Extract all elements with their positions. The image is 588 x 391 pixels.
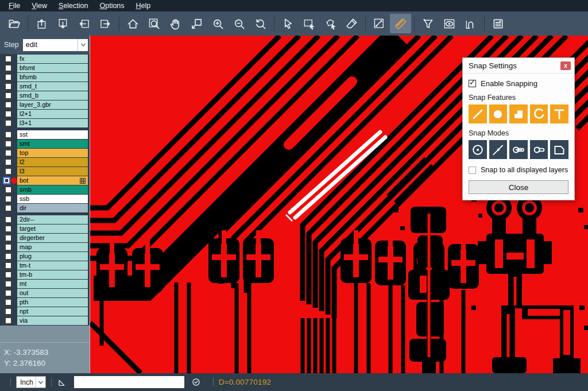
layer-visibility-checkbox[interactable] bbox=[5, 253, 12, 260]
layer-visibility-checkbox[interactable] bbox=[5, 262, 12, 269]
layer-visibility-checkbox[interactable] bbox=[5, 55, 12, 63]
toolbar-button-snap[interactable] bbox=[460, 14, 481, 33]
toolbar-button-zoom-in[interactable] bbox=[207, 14, 229, 33]
toolbar-button-import-up[interactable] bbox=[31, 14, 52, 33]
toolbar-button-import-left[interactable] bbox=[74, 14, 95, 33]
layer-label[interactable]: target bbox=[17, 224, 88, 233]
refresh-check-icon[interactable] bbox=[191, 377, 202, 388]
snap-feature-arc-button[interactable] bbox=[530, 104, 548, 123]
layer-row-via[interactable]: via bbox=[0, 316, 90, 325]
layer-label[interactable]: tm-t bbox=[17, 261, 88, 270]
toolbar-button-home[interactable] bbox=[122, 14, 144, 33]
layer-visibility-checkbox[interactable] bbox=[5, 271, 12, 278]
layer-row-2dir--[interactable]: 2dir-- bbox=[0, 215, 90, 224]
layer-visibility-checkbox[interactable] bbox=[5, 73, 12, 81]
pcb-canvas[interactable]: Snap Settings x Enable Snapping Snap Fea… bbox=[90, 36, 588, 373]
toolbar-button-select[interactable] bbox=[277, 14, 299, 33]
layer-row-l2[interactable]: l2 bbox=[0, 158, 90, 167]
menu-help[interactable]: Help bbox=[130, 1, 157, 10]
layer-label[interactable]: plug bbox=[17, 252, 88, 261]
layer-visibility-checkbox[interactable] bbox=[5, 234, 12, 242]
layer-row-pth[interactable]: pth bbox=[0, 298, 90, 307]
layer-label[interactable]: l2+1 bbox=[17, 110, 88, 118]
snap-mode-slot-outline-button[interactable] bbox=[530, 140, 548, 159]
layer-visibility-checkbox[interactable] bbox=[5, 195, 12, 203]
layer-visibility-checkbox[interactable] bbox=[5, 168, 12, 175]
all-layers-checkbox[interactable] bbox=[469, 167, 476, 174]
layer-row-npt[interactable]: npt bbox=[0, 307, 90, 316]
layer-label[interactable]: layer_3.gbr bbox=[17, 100, 88, 109]
layer-row-tm-t[interactable]: tm-t bbox=[0, 261, 90, 270]
layer-label[interactable]: pth bbox=[17, 298, 88, 307]
menu-file[interactable]: File bbox=[3, 1, 26, 10]
close-button[interactable]: Close bbox=[469, 180, 568, 194]
snap-feature-text-button[interactable] bbox=[550, 104, 568, 123]
layer-visibility-checkbox[interactable] bbox=[5, 149, 12, 157]
step-select[interactable]: edit bbox=[23, 39, 88, 51]
toolbar-button-pan[interactable] bbox=[165, 14, 186, 33]
command-input[interactable] bbox=[74, 376, 184, 388]
toolbar-button-view-area[interactable] bbox=[439, 14, 460, 33]
layer-label[interactable]: out bbox=[17, 289, 88, 297]
layer-row-l3+1[interactable]: l3+1 bbox=[0, 119, 90, 127]
layer-row-dir[interactable]: dir bbox=[0, 204, 90, 212]
layer-row-ssb[interactable]: ssb bbox=[0, 195, 90, 203]
layer-visibility-checkbox[interactable] bbox=[5, 83, 12, 90]
layer-row-mt[interactable]: mt bbox=[0, 280, 90, 288]
layer-label[interactable]: smd_t bbox=[17, 82, 88, 91]
layer-row-smt[interactable]: smt bbox=[0, 140, 90, 148]
layer-label[interactable]: smd_b bbox=[17, 91, 88, 100]
layer-visibility-checkbox[interactable] bbox=[5, 140, 12, 148]
snap-feature-surface-button[interactable] bbox=[509, 104, 528, 123]
dialog-title-bar[interactable]: Snap Settings x bbox=[463, 58, 574, 73]
layer-label[interactable]: mt bbox=[17, 280, 88, 288]
layer-label[interactable]: l3 bbox=[17, 167, 88, 176]
layer-visibility-checkbox[interactable] bbox=[5, 299, 12, 306]
layer-row-smd_t[interactable]: smd_t bbox=[0, 82, 90, 91]
layer-visibility-checkbox[interactable] bbox=[5, 204, 12, 212]
layer-row-l3[interactable]: l3 bbox=[0, 167, 90, 176]
layer-label[interactable]: bfsmb bbox=[17, 73, 88, 82]
enable-snapping-checkbox[interactable] bbox=[469, 80, 476, 87]
layer-label[interactable]: l3+1 bbox=[17, 119, 88, 127]
layer-label[interactable]: sst bbox=[17, 130, 88, 139]
layer-label[interactable]: npt bbox=[17, 307, 88, 316]
snap-mode-center-button[interactable] bbox=[469, 140, 487, 159]
layer-visibility-checkbox[interactable] bbox=[5, 308, 12, 315]
layer-label[interactable]: top bbox=[17, 149, 88, 157]
layer-row-bfsmb[interactable]: bfsmb bbox=[0, 73, 90, 82]
layer-row-plug[interactable]: plug bbox=[0, 252, 90, 261]
layer-visibility-checkbox[interactable] bbox=[5, 280, 12, 288]
toolbar-button-measure[interactable] bbox=[369, 14, 390, 33]
layer-visibility-checkbox[interactable] bbox=[5, 131, 12, 138]
layer-label[interactable]: dir bbox=[17, 204, 88, 212]
layer-label[interactable]: dirgerber bbox=[17, 234, 88, 242]
snap-feature-line-button[interactable] bbox=[469, 104, 487, 123]
layer-label[interactable]: 2dir-- bbox=[17, 215, 88, 224]
toolbar-button-import-down[interactable] bbox=[52, 14, 74, 33]
layer-visibility-checkbox[interactable] bbox=[5, 101, 12, 109]
layer-row-map[interactable]: map bbox=[0, 243, 90, 251]
menu-selection[interactable]: Selection bbox=[53, 1, 94, 10]
layer-label[interactable]: bfsmt bbox=[17, 64, 88, 72]
layer-visibility-checkbox[interactable] bbox=[5, 289, 12, 297]
layer-visibility-checkbox[interactable] bbox=[5, 158, 12, 166]
layer-label[interactable]: ssb bbox=[17, 195, 88, 203]
layer-visibility-checkbox[interactable] bbox=[5, 64, 12, 72]
layer-visibility-checkbox[interactable] bbox=[5, 186, 12, 193]
snap-feature-pad-button[interactable] bbox=[489, 104, 508, 123]
toolbar-button-ruler[interactable] bbox=[390, 14, 411, 33]
toolbar-button-filter[interactable] bbox=[417, 14, 439, 33]
toolbar-button-brush[interactable] bbox=[341, 14, 362, 33]
layer-label[interactable]: l2 bbox=[17, 158, 88, 167]
layer-row-target[interactable]: target bbox=[0, 224, 90, 233]
snap-mode-point-on-line-button[interactable] bbox=[489, 140, 508, 159]
layer-visibility-checkbox[interactable] bbox=[5, 92, 12, 99]
layer-visibility-checkbox[interactable] bbox=[5, 317, 12, 324]
layer-row-bot[interactable]: bot bbox=[0, 176, 90, 185]
layer-row-tm-b[interactable]: tm-b bbox=[0, 270, 90, 279]
layer-row-smd_b[interactable]: smd_b bbox=[0, 91, 90, 100]
snap-mode-slot-centerline-button[interactable] bbox=[509, 140, 528, 159]
layer-label[interactable]: via bbox=[17, 316, 88, 325]
toolbar-button-poly-select[interactable] bbox=[320, 14, 341, 33]
